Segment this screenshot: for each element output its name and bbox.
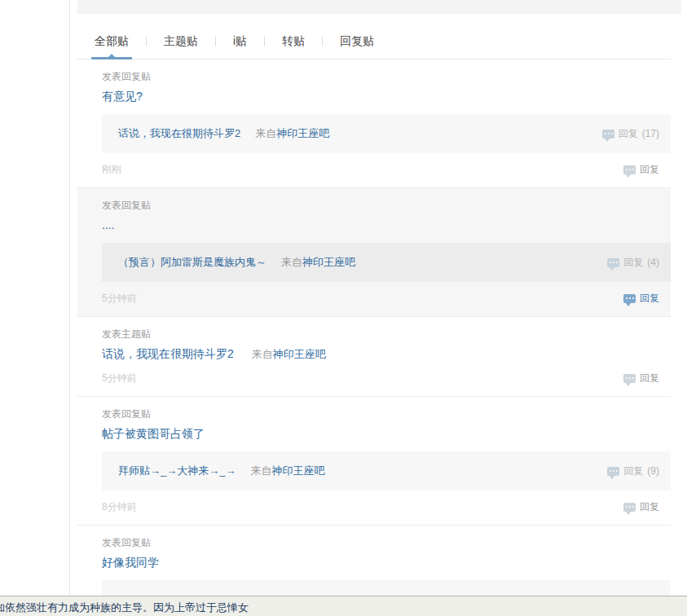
feed-item: 发表主题贴 话说，我现在很期待斗罗2 来自神印王座吧 5分钟前 回复	[77, 317, 671, 397]
top-gray-strip	[77, 0, 681, 14]
post-title-link[interactable]: 帖子被黄图哥占领了	[102, 427, 205, 440]
feed-item: 发表回复贴 帖子被黄图哥占领了 拜师贴→_→大神来→_→ 来自神印王座吧 回复 …	[77, 397, 671, 526]
reply-count-number: (17)	[642, 128, 659, 139]
tab-i-posts[interactable]: i贴	[216, 24, 264, 59]
from-label: 来自	[250, 464, 271, 477]
reply-button[interactable]: 回复	[623, 501, 659, 513]
quoted-thread-link[interactable]: 话说，我现在很期待斗罗2	[118, 126, 240, 141]
from-label: 来自	[252, 348, 273, 360]
reply-bubble-icon	[602, 130, 614, 139]
quoted-thread-link[interactable]: （预言）阿加雷斯是魔族内鬼～	[118, 255, 266, 270]
reply-label: 回复	[623, 464, 643, 478]
post-time: 5分钟前	[102, 372, 137, 384]
content-column: 全部贴 主题贴 i贴 转贴 回复贴 发表回复贴 有意见?	[77, 14, 671, 616]
post-title-link[interactable]: 话说，我现在很期待斗罗2	[102, 347, 234, 360]
post-action-label: 发表回复贴	[102, 71, 671, 82]
post-time: 5分钟前	[102, 293, 137, 304]
status-bar-text: 知依然强壮有力成为种族的主导。因为上帝过于忌惮女	[0, 601, 687, 615]
reply-label: 回复	[640, 164, 659, 175]
post-title-link[interactable]: 有意见?	[102, 90, 143, 103]
reply-button[interactable]: 回复	[623, 164, 659, 175]
post-action-label: 发表主题贴	[102, 328, 671, 340]
quote-box: （预言）阿加雷斯是魔族内鬼～ 来自神印王座吧 回复 (4)	[102, 243, 671, 282]
tab-all-posts[interactable]: 全部贴	[77, 24, 146, 59]
reply-label: 回复	[619, 127, 638, 141]
reply-button[interactable]: 回复	[623, 372, 659, 384]
reply-label: 回复	[640, 372, 659, 384]
source-bar-link[interactable]: 神印王座吧	[302, 256, 355, 268]
source-bar-link[interactable]: 神印王座吧	[273, 348, 326, 360]
post-action-label: 发表回复贴	[102, 200, 671, 211]
reply-bubble-icon	[607, 467, 619, 476]
post-time: 8分钟前	[102, 501, 137, 513]
page: 全部贴 主题贴 i贴 转贴 回复贴 发表回复贴 有意见?	[0, 0, 687, 616]
post-action-label: 发表回复贴	[102, 537, 671, 548]
quoted-thread-link[interactable]: 拜师贴→_→大神来→_→	[118, 464, 236, 478]
reply-bubble-icon	[607, 258, 619, 267]
post-title-link[interactable]: ....	[102, 218, 115, 231]
tab-reposts[interactable]: 转贴	[265, 24, 322, 59]
source-bar-link[interactable]: 神印王座吧	[271, 464, 324, 477]
reply-bubble-icon	[623, 503, 636, 512]
quote-box: 拜师贴→_→大神来→_→ 来自神印王座吧 回复 (9)	[102, 451, 671, 491]
tab-topic-posts[interactable]: 主题贴	[147, 24, 215, 59]
post-title-link[interactable]: 好像我同学	[102, 556, 159, 569]
reply-count-number: (4)	[647, 257, 659, 268]
reply-label: 回复	[640, 293, 659, 304]
post-action-label: 发表回复贴	[102, 408, 671, 420]
post-time: 刚刚	[102, 164, 121, 175]
reply-button-hover[interactable]: 回复	[623, 293, 659, 304]
reply-bubble-icon	[623, 294, 636, 303]
tab-reply-posts[interactable]: 回复贴	[323, 24, 391, 59]
status-bar: 知依然强壮有力成为种族的主导。因为上帝过于忌惮女	[0, 596, 687, 616]
feed-item: 发表回复贴 有意见? 话说，我现在很期待斗罗2 来自神印王座吧 回复 (17)	[77, 59, 671, 188]
post-feed: 发表回复贴 有意见? 话说，我现在很期待斗罗2 来自神印王座吧 回复 (17)	[77, 59, 671, 616]
reply-label: 回复	[640, 501, 659, 513]
reply-bubble-icon	[623, 374, 636, 383]
quote-reply-count: 回复 (4)	[607, 256, 659, 270]
feed-item-highlighted: 发表回复贴 .... （预言）阿加雷斯是魔族内鬼～ 来自神印王座吧 回复 (4)	[77, 188, 671, 317]
reply-count-number: (9)	[647, 465, 659, 477]
reply-bubble-icon	[623, 165, 636, 174]
source-bar-link[interactable]: 神印王座吧	[276, 127, 329, 139]
main-area: 全部贴 主题贴 i贴 转贴 回复贴 发表回复贴 有意见?	[70, 0, 687, 616]
quote-reply-count: 回复 (17)	[602, 127, 659, 141]
from-label: 来自	[255, 127, 276, 139]
tab-bar: 全部贴 主题贴 i贴 转贴 回复贴	[77, 14, 671, 59]
quote-box: 话说，我现在很期待斗罗2 来自神印王座吧 回复 (17)	[102, 114, 671, 153]
left-column-border	[69, 0, 70, 616]
from-label: 来自	[281, 256, 302, 268]
quote-reply-count: 回复 (9)	[607, 464, 659, 478]
reply-label: 回复	[623, 256, 643, 270]
